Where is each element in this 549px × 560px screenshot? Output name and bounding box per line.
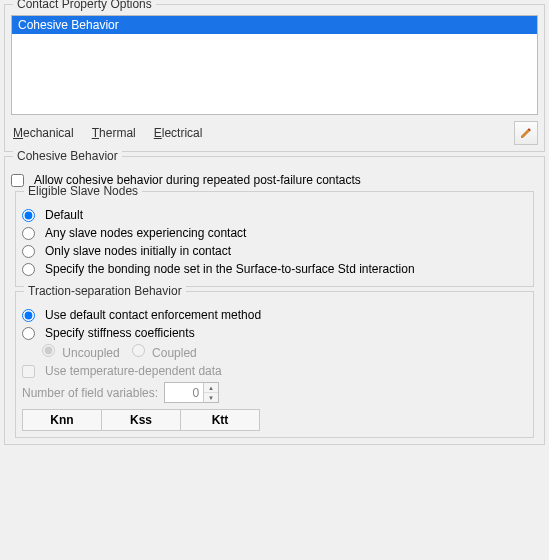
- cohesive-behavior-group: Cohesive Behavior Allow cohesive behavio…: [4, 156, 545, 445]
- temp-dep-label: Use temperature-dependent data: [45, 364, 222, 378]
- property-listbox[interactable]: Cohesive Behavior: [11, 15, 538, 115]
- esn-any-label: Any slave nodes experiencing contact: [45, 226, 246, 240]
- contact-property-options-group: Contact Property Options Cohesive Behavi…: [4, 4, 545, 152]
- traction-separation-group: Traction-separation Behavior Use default…: [15, 291, 534, 438]
- col-ktt: Ktt: [181, 410, 260, 431]
- coupling-uncoupled-row: Uncoupled: [42, 344, 120, 360]
- edit-button[interactable]: [514, 121, 538, 145]
- eligible-slave-nodes-group: Eligible Slave Nodes Default Any slave n…: [15, 191, 534, 287]
- num-field-vars-label: Number of field variables:: [22, 386, 158, 400]
- allow-repeat-checkbox[interactable]: [11, 174, 24, 187]
- esn-any-radio[interactable]: [22, 227, 35, 240]
- esn-default-label: Default: [45, 208, 83, 222]
- eligible-slave-nodes-legend: Eligible Slave Nodes: [24, 184, 142, 198]
- esn-only-label: Only slave nodes initially in contact: [45, 244, 231, 258]
- property-list-item[interactable]: Cohesive Behavior: [12, 16, 537, 34]
- ts-default-row[interactable]: Use default contact enforcement method: [22, 308, 527, 322]
- tab-thermal-rest: hermal: [99, 126, 136, 140]
- cohesive-behavior-legend: Cohesive Behavior: [13, 149, 122, 163]
- spinner-up-icon: ▲: [204, 383, 218, 393]
- esn-only-radio[interactable]: [22, 245, 35, 258]
- ts-specify-row[interactable]: Specify stiffness coefficients: [22, 326, 527, 340]
- tab-electrical-rest: lectrical: [162, 126, 203, 140]
- contact-property-options-legend: Contact Property Options: [13, 0, 156, 11]
- coupling-coupled-radio: [132, 344, 145, 357]
- tab-electrical[interactable]: Electrical: [152, 126, 205, 140]
- traction-separation-legend: Traction-separation Behavior: [24, 284, 186, 298]
- esn-specify-label: Specify the bonding node set in the Surf…: [45, 262, 415, 276]
- tab-thermal[interactable]: Thermal: [90, 126, 138, 140]
- esn-only-row[interactable]: Only slave nodes initially in contact: [22, 244, 527, 258]
- num-field-vars-input: [165, 383, 203, 402]
- esn-specify-row[interactable]: Specify the bonding node set in the Surf…: [22, 262, 527, 276]
- ts-specify-radio[interactable]: [22, 327, 35, 340]
- esn-default-row[interactable]: Default: [22, 208, 527, 222]
- col-knn: Knn: [23, 410, 102, 431]
- esn-any-row[interactable]: Any slave nodes experiencing contact: [22, 226, 527, 240]
- coupling-coupled-label: Coupled: [152, 346, 197, 360]
- num-field-vars-row: Number of field variables: ▲ ▼: [22, 382, 527, 403]
- esn-default-radio[interactable]: [22, 209, 35, 222]
- coupling-coupled-row: Coupled: [132, 344, 197, 360]
- coupling-uncoupled-radio: [42, 344, 55, 357]
- ts-specify-label: Specify stiffness coefficients: [45, 326, 195, 340]
- coupling-row: Uncoupled Coupled: [42, 344, 527, 360]
- pencil-icon: [520, 127, 532, 139]
- tab-mechanical-rest: echanical: [23, 126, 74, 140]
- ts-default-radio[interactable]: [22, 309, 35, 322]
- temp-dep-row: Use temperature-dependent data: [22, 364, 527, 378]
- spinner-down-icon: ▼: [204, 393, 218, 402]
- col-kss: Kss: [102, 410, 181, 431]
- num-field-vars-spinner: ▲ ▼: [164, 382, 219, 403]
- ts-default-label: Use default contact enforcement method: [45, 308, 261, 322]
- temp-dep-checkbox: [22, 365, 35, 378]
- esn-specify-radio[interactable]: [22, 263, 35, 276]
- stiffness-table: Knn Kss Ktt: [22, 409, 260, 431]
- tab-mechanical[interactable]: Mechanical: [11, 126, 76, 140]
- coupling-uncoupled-label: Uncoupled: [62, 346, 119, 360]
- table-header-row: Knn Kss Ktt: [23, 410, 260, 431]
